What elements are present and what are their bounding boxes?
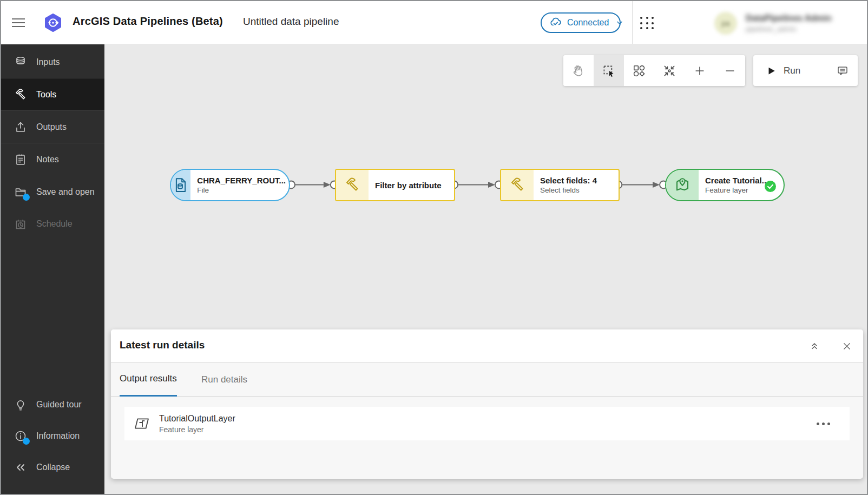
file-data-icon [171,170,190,200]
sidebar-item-notes[interactable]: Notes [1,143,104,175]
node-select-fields[interactable]: Select fields: 4 Select fields [500,169,620,201]
chevron-down-icon [616,19,623,27]
sidebar-item-label: Save and open [36,187,95,197]
user-username: pipelines_admin [746,25,832,33]
data-pipelines-logo [43,13,63,32]
notification-dot [23,194,30,201]
notification-dot [23,438,30,445]
node-filter-by-attribute[interactable]: Filter by attribute [335,169,455,201]
feature-layer-icon [133,415,150,432]
calendar-clock-icon [14,217,27,230]
run-button[interactable]: Run [753,55,827,86]
info-icon [14,430,27,443]
play-icon [766,66,776,76]
select-tool-button[interactable] [594,55,624,86]
app-title: ArcGIS Data Pipelines (Beta) [73,15,223,28]
marquee-select-icon [602,64,616,78]
result-type: Feature layer [159,425,235,434]
ellipsis-menu-button[interactable] [813,419,833,428]
node-subtitle: File [197,186,286,194]
panel-tabs: Output results Run details [111,362,863,397]
upload-icon [14,121,27,134]
double-chevron-up-icon [809,341,820,352]
output-result-row[interactable]: TutorialOutputLayer Feature layer [124,407,850,440]
comment-button[interactable] [827,55,858,86]
zoom-to-fit-button[interactable] [654,55,685,86]
panel-header: Latest run details [111,329,863,362]
app-launcher-grid-icon[interactable] [640,17,655,30]
app-window: ArcGIS Data Pipelines (Beta) Untitled da… [0,0,868,495]
hand-icon [571,64,586,78]
connection-status-button[interactable]: Connected [541,12,621,33]
zoom-in-button[interactable] [685,55,715,86]
expand-panel-button[interactable] [807,339,822,354]
pan-tool-button[interactable] [563,55,594,86]
zoom-out-button[interactable] [715,55,745,86]
result-name: TutorialOutputLayer [159,414,235,424]
sidebar-item-label: Notes [36,155,59,164]
sidebar-item-label: Guided tour [36,400,82,410]
hammer-icon [336,170,369,200]
run-button-label: Run [784,65,800,76]
database-icon [14,56,27,69]
lightbulb-icon [14,398,27,411]
map-pin-icon [666,170,699,200]
panel-title: Latest run details [120,339,205,351]
sidebar-item-label: Outputs [36,122,67,132]
node-title: CHRA_FERRY_ROUT... [197,176,286,185]
hammer-icon [501,170,534,200]
node-create-feature-layer[interactable]: Create Tutorial... Feature layer [665,169,785,201]
sidebar-item-collapse[interactable]: Collapse [1,451,104,483]
sidebar-item-label: Information [36,431,80,441]
tab-output-results[interactable]: Output results [120,362,177,397]
double-chevron-left-icon [14,461,27,474]
sidebar-item-guided-tour[interactable]: Guided tour [1,388,104,420]
close-panel-button[interactable] [839,339,854,354]
header-divider [632,1,633,44]
sidebar-item-label: Tools [36,90,56,100]
sidebar-item-inputs[interactable]: Inputs [1,46,104,78]
sidebar-item-label: Inputs [36,57,60,67]
collapse-to-center-icon [662,64,676,78]
connection-status-label: Connected [567,18,609,28]
sidebar-item-outputs[interactable]: Outputs [1,111,104,143]
node-input-file[interactable]: CHRA_FERRY_ROUT... File [170,169,290,201]
sidebar-item-schedule: Schedule [1,208,104,240]
notes-icon [14,153,27,166]
auto-layout-button[interactable] [624,55,654,86]
folder-icon [14,186,27,199]
latest-run-details-panel: Latest run details Output results Run de… [111,329,863,479]
sidebar-item-information[interactable]: Information [1,420,104,452]
canvas-toolbar [563,55,745,86]
shapes-layout-icon [632,64,646,78]
hamburger-menu-icon[interactable] [12,16,25,29]
cloud-check-icon [549,16,562,29]
node-title: Select fields: 4 [540,176,615,185]
comment-bubble-icon [836,64,849,77]
sidebar-item-label: Schedule [36,219,73,229]
sidebar: Inputs Tools Outputs [1,44,104,494]
node-subtitle: Select fields [540,186,615,194]
sidebar-item-tools[interactable]: Tools [1,78,104,110]
plus-icon [694,65,706,77]
user-account-button[interactable]: pa DataPipelines Admin pipelines_admin [714,11,860,36]
run-toolbar: Run [753,55,858,86]
user-display-name: DataPipelines Admin [746,14,832,23]
avatar: pa [714,12,737,35]
close-icon [842,341,852,351]
sidebar-item-save-and-open[interactable]: Save and open [1,176,104,208]
sidebar-item-label: Collapse [36,463,70,472]
document-title: Untitled data pipeline [243,16,339,28]
check-circle-icon [765,181,776,192]
hammer-icon [14,88,27,101]
node-title: Filter by attribute [375,181,451,190]
app-header: ArcGIS Data Pipelines (Beta) Untitled da… [1,1,867,44]
tab-run-details[interactable]: Run details [201,362,247,397]
minus-icon [724,65,736,77]
